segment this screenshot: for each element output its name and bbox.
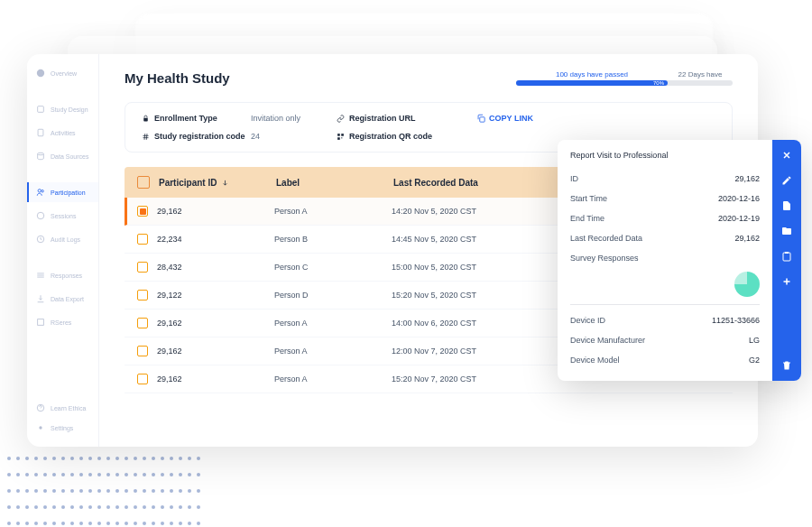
reg-qr-label: Registration QR code [337,132,440,141]
row-checkbox[interactable] [137,262,148,273]
sidebar-item-participation[interactable]: Participation [27,182,98,202]
sidebar-item-learn[interactable]: Learn Ethica [27,398,98,418]
sidebar-item-label: Sessions [51,213,76,219]
panel-row: Device ManufacturerLG [570,330,760,350]
document-button[interactable] [780,199,793,212]
svg-rect-13 [341,134,344,136]
svg-point-4 [38,190,41,192]
participation-icon [36,188,45,197]
row-checkbox[interactable] [137,346,148,356]
copy-button[interactable] [780,250,793,263]
panel-actions [772,140,801,381]
dataexport-icon [36,294,45,303]
svg-rect-16 [480,117,484,122]
panel-key: Device Model [570,356,620,365]
reg-code-label: Study registration code [142,132,245,141]
copy-icon [476,114,485,123]
panel-row: Device ModelG2 [570,350,760,370]
delete-button[interactable] [780,359,793,372]
cell-participant-id: 28,432 [157,263,265,272]
survey-pie-chart [734,272,760,297]
settings-icon [36,423,45,432]
select-all-checkbox[interactable] [137,176,150,189]
sidebar-item-overview[interactable]: Overview [27,63,98,83]
panel-value: 2020-12-19 [718,214,760,223]
rseres-icon [36,318,45,327]
sidebar-item-settings[interactable]: Settings [27,418,98,438]
folder-button[interactable] [780,225,793,237]
progress-passed-label: 100 days have passed [516,70,668,79]
copy-link-button[interactable]: COPY LINK [476,114,533,123]
svg-point-3 [38,153,44,155]
sidebar-item-responses[interactable]: Responses [27,265,98,285]
trash-icon [781,360,792,371]
sidebar-item-label: Audit Logs [51,236,80,243]
svg-rect-1 [38,106,44,113]
panel-row: Start Time2020-12-16 [570,189,760,208]
panel-row: ID29,162 [570,169,760,189]
cell-participant-id: 29,122 [157,291,265,300]
folder-icon [781,226,792,236]
panel-value: 11251-33666 [712,316,760,325]
design-icon [36,105,45,114]
sort-down-icon [221,179,229,187]
panel-key: Last Recorded Data [570,234,642,243]
edit-icon [781,175,792,186]
document-icon [781,200,792,211]
sidebar-item-data-export[interactable]: Data Export [27,289,98,309]
sidebar-item-rseres[interactable]: RSeres [27,312,98,332]
sidebar-item-label: Responses [51,273,82,279]
sidebar-item-label: Study Design [51,106,88,113]
panel-value: LG [749,336,760,345]
panel-key: End Time [570,214,604,223]
sidebar-item-label: Learn Ethica [51,405,86,411]
svg-point-5 [42,190,44,193]
sidebar: Overview Study Design Activities Data So… [27,54,99,447]
row-checkbox[interactable] [137,318,148,328]
column-participant-id[interactable]: Participant ID [159,178,267,188]
progress-remain-label: 22 Days have [668,70,733,79]
sidebar-item-sessions[interactable]: Sessions [27,206,98,226]
sidebar-item-label: Activities [51,130,76,136]
enrollment-type-label: Enrollment Type [142,114,245,123]
progress-percent: 70% [653,80,668,86]
cell-participant-id: 29,162 [157,347,265,356]
sidebar-item-audit-logs[interactable]: Audit Logs [27,229,98,249]
cell-label: Person C [274,263,383,272]
hash-icon [142,133,150,141]
progress: 100 days have passed 22 Days have 70% [516,70,733,86]
panel-key: Start Time [570,194,607,203]
svg-point-10 [39,426,42,429]
column-label[interactable]: Label [276,178,384,188]
row-checkbox[interactable] [137,234,148,245]
auditlogs-icon [36,235,45,244]
svg-rect-14 [337,137,340,140]
panel-key: Device Manufacturer [570,336,645,345]
panel-value: 2020-12-16 [718,194,760,203]
row-checkbox[interactable] [137,206,148,217]
panel-value: 29,162 [734,174,760,183]
sidebar-item-data-sources[interactable]: Data Sources [27,146,98,166]
cell-participant-id: 22,234 [157,235,265,244]
close-icon [781,150,792,161]
lock-icon [142,115,150,123]
learn-icon [36,403,45,412]
sidebar-item-label: Participation [51,190,86,196]
close-button[interactable] [780,149,793,162]
sidebar-item-label: Data Sources [51,153,88,160]
sessions-icon [36,211,45,220]
survey-responses-label: Survey Responses [570,254,639,263]
row-checkbox[interactable] [137,374,148,384]
cell-label: Person B [274,235,383,244]
responses-icon [36,271,45,280]
cell-label: Person D [274,291,383,300]
sidebar-item-activities[interactable]: Activities [27,123,98,143]
edit-button[interactable] [780,174,793,187]
cell-participant-id: 29,162 [157,207,265,216]
add-button[interactable] [780,275,793,288]
sidebar-item-study-design[interactable]: Study Design [27,99,98,119]
row-checkbox[interactable] [137,290,148,300]
cell-label: Person A [274,374,383,384]
sidebar-item-label: Settings [51,425,73,431]
panel-title: Report Visit to Professional [570,151,760,160]
